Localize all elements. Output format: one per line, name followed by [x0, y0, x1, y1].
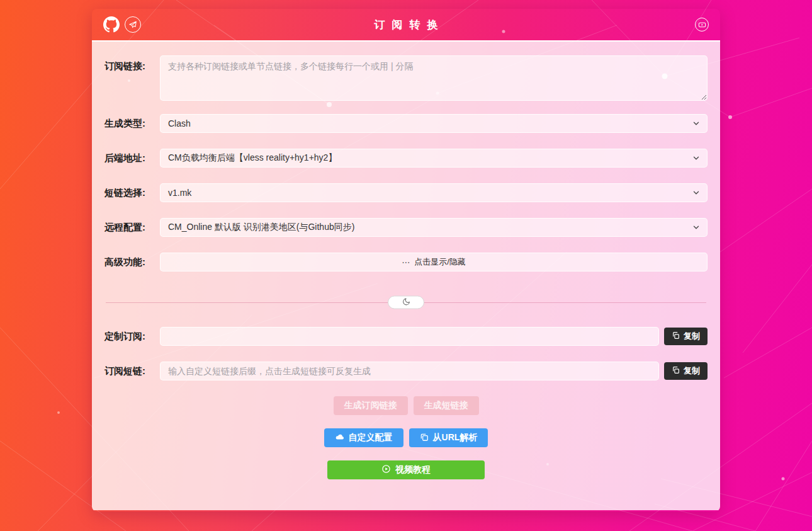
remote-config-label: 远程配置:	[104, 222, 160, 234]
chevron-down-icon	[692, 154, 701, 164]
subscription-link-textarea[interactable]	[160, 55, 708, 101]
shortlink-provider-select[interactable]: v1.mk	[160, 183, 708, 202]
copy-subscription-button[interactable]: 复制	[664, 328, 708, 345]
generate-shortlink-label: 生成短链接	[424, 400, 468, 411]
shortlink-provider-row: 短链选择: v1.mk	[104, 183, 708, 202]
custom-config-button[interactable]: 自定义配置	[324, 428, 403, 447]
custom-config-label: 自定义配置	[349, 432, 393, 443]
page-title: 订阅转换	[92, 18, 720, 32]
frames-icon	[420, 433, 429, 443]
short-link-row: 订阅短链: 复制	[104, 362, 708, 380]
target-type-label: 生成类型:	[104, 118, 160, 130]
backend-value: CM负载均衡后端【vless reality+hy1+hy2】	[168, 152, 337, 164]
ellipsis-icon: ⋯	[402, 258, 410, 267]
custom-subscription-label: 定制订阅:	[104, 331, 160, 343]
target-type-value: Clash	[168, 118, 191, 128]
card-header: 订阅转换	[92, 9, 720, 42]
shortlink-provider-label: 短链选择:	[104, 187, 160, 199]
subscription-link-row: 订阅链接:	[104, 55, 708, 101]
backend-row: 后端地址: CM负载均衡后端【vless reality+hy1+hy2】	[104, 149, 708, 168]
backend-label: 后端地址:	[104, 152, 160, 164]
shortlink-provider-value: v1.mk	[168, 188, 191, 198]
generate-shortlink-button[interactable]: 生成短链接	[414, 396, 479, 415]
chevron-down-icon	[692, 119, 701, 130]
theme-divider	[104, 295, 708, 309]
remote-config-value: CM_Online 默认版 识别港美地区(与Github同步)	[168, 222, 354, 233]
play-circle-icon	[381, 464, 391, 476]
target-type-select[interactable]: Clash	[160, 114, 708, 133]
chevron-down-icon	[692, 188, 701, 199]
backend-select[interactable]: CM负载均衡后端【vless reality+hy1+hy2】	[160, 149, 708, 168]
advanced-toggle-button[interactable]: ⋯ 点击显示/隐藏	[160, 253, 708, 271]
remote-config-row: 远程配置: CM_Online 默认版 识别港美地区(与Github同步)	[104, 218, 708, 237]
parse-url-label: 从URL解析	[433, 432, 478, 443]
action-buttons: 生成订阅链接 生成短链接 自定义配置	[104, 396, 708, 479]
copy-short-link-button[interactable]: 复制	[664, 362, 708, 380]
generate-subscription-label: 生成订阅链接	[344, 400, 397, 411]
video-tutorial-label: 视频教程	[395, 464, 431, 476]
advanced-row: 高级功能: ⋯ 点击显示/隐藏	[104, 253, 708, 271]
advanced-toggle-label: 点击显示/隐藏	[414, 256, 466, 268]
target-type-row: 生成类型: Clash	[104, 114, 708, 133]
subscription-link-label: 订阅链接:	[104, 55, 160, 72]
moon-icon	[402, 297, 410, 308]
video-tutorial-button[interactable]: 视频教程	[327, 460, 485, 479]
parse-url-button[interactable]: 从URL解析	[409, 428, 488, 447]
copy-icon	[672, 366, 680, 376]
converter-card: 订阅转换 订阅链接: 生成类型: Clash	[92, 9, 720, 511]
short-link-input[interactable]	[160, 362, 659, 380]
custom-subscription-input[interactable]	[160, 327, 659, 346]
cloud-icon	[335, 432, 344, 443]
short-link-label: 订阅短链:	[104, 365, 160, 377]
remote-config-select[interactable]: CM_Online 默认版 识别港美地区(与Github同步)	[160, 218, 708, 237]
copy-button-label: 复制	[684, 365, 700, 377]
advanced-label: 高级功能:	[104, 256, 160, 268]
custom-subscription-row: 定制订阅: 复制	[104, 327, 708, 346]
card-body: 订阅链接: 生成类型: Clash 后端地址: CM负载均衡后端【vless r	[92, 42, 720, 510]
copy-icon	[672, 331, 680, 341]
chevron-down-icon	[692, 223, 701, 234]
dark-mode-toggle[interactable]	[388, 296, 424, 309]
copy-button-label: 复制	[684, 331, 700, 342]
generate-subscription-button[interactable]: 生成订阅链接	[334, 396, 408, 415]
